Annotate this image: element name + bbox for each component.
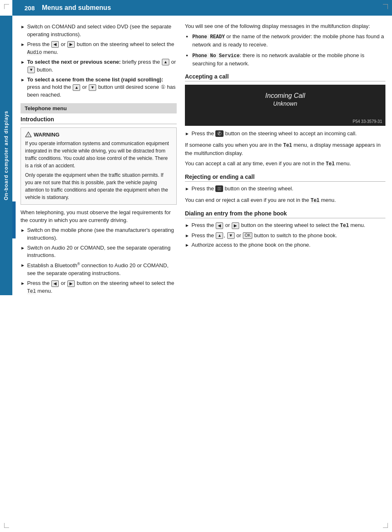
tel-label-3: Tel <box>311 198 320 204</box>
bullet-text: Authorize access to the phone book on th… <box>191 241 385 249</box>
right-arrow-btn3: ▶ <box>67 280 75 287</box>
bullet-bluetooth: ► Establish a Bluetooth® connection to A… <box>21 261 177 278</box>
down-arrow-btn3: ▼ <box>227 232 235 239</box>
tel-menu-inline: Tel <box>27 289 36 294</box>
corner-mark-br <box>383 523 388 528</box>
bullet-text: Press the ◀ or ▶ button on the steering … <box>27 280 177 295</box>
bullet-text: Press the ◀ or ▶ button on the steering … <box>191 222 385 229</box>
bullet-press-arrows-audio: ► Press the ◀ or ▶ button on the steerin… <box>21 41 177 56</box>
bullet-arrow: ► <box>185 222 189 229</box>
tel-label-4: Tel <box>340 223 349 229</box>
bullet-arrow: ► <box>21 227 25 242</box>
warning-icon: ! <box>25 131 32 138</box>
bullet-text: Switch on COMAND and select video DVD (s… <box>27 23 177 39</box>
main-content: ► Switch on COMAND and select video DVD … <box>21 16 385 297</box>
accepting-call-header: Accepting a call <box>185 73 385 81</box>
bullet-arrow: ► <box>185 233 189 240</box>
bullet-switch-mobile: ► Switch on the mobile phone (see the ma… <box>21 227 177 242</box>
end-call-btn: ✆⃠ <box>215 185 223 192</box>
bullet-text: Press the ✆⃠ button on the steering whee… <box>191 185 385 193</box>
warning-box: ! WARNING If you operate information sys… <box>21 127 177 205</box>
accepting-call-text2: You can accept a call at any time, even … <box>185 160 385 168</box>
bullet-text: Press the ✆ button on the steering wheel… <box>191 130 385 138</box>
left-arrow-btn4: ◀ <box>216 222 223 229</box>
bullet-text: Switch on the mobile phone (see the manu… <box>27 227 177 242</box>
warning-para-1: If you operate information systems and c… <box>25 140 172 169</box>
bullet-arrow: ► <box>185 186 189 193</box>
incoming-call-subtitle: Unknown <box>189 100 381 107</box>
ok-btn: OK <box>243 232 252 239</box>
msg-phone-ready: Phone READY or the name of the network p… <box>192 32 385 49</box>
tel-menu-box: Telephone menu <box>21 103 177 113</box>
bullet-text: To select the next or previous scene: br… <box>27 58 177 74</box>
phone-no-service-label: Phone No Service <box>192 53 240 59</box>
sidebar-label: On-board computer and displays <box>0 16 12 295</box>
page-title: Menus and submenus <box>42 4 111 12</box>
bullet-next-prev-scene: ► To select the next or previous scene: … <box>21 58 177 74</box>
corner-mark-tl <box>4 4 9 9</box>
corner-mark-tr <box>383 4 388 9</box>
up-arrow-btn: ▲ <box>162 59 169 65</box>
bullet-text: Press the ▲, ▼ or OK button to switch to… <box>191 232 385 240</box>
svg-text:!: ! <box>28 134 29 137</box>
bullet-text: Switch on Audio 20 or COMAND, see the se… <box>27 244 177 260</box>
bullet-text: Press the ◀ or ▶ button on the steering … <box>27 41 177 56</box>
telephoning-legal-text: When telephoning, you must observe the l… <box>21 209 177 224</box>
down-arrow-btn: ▼ <box>28 67 35 73</box>
accept-call-btn: ✆ <box>215 130 224 137</box>
incoming-call-image: Incoming Call Unknown P54 33-3579-31 <box>185 85 385 126</box>
bullet-switch-audio20: ► Switch on Audio 20 or COMAND, see the … <box>21 244 177 260</box>
header-bar: 208 Menus and submenus <box>12 0 392 16</box>
introduction-label: Introduction <box>21 116 177 124</box>
bullet-arrow: ► <box>21 24 25 39</box>
warning-label: WARNING <box>34 132 60 138</box>
sidebar-label-text: On-board computer and displays <box>3 111 9 200</box>
bullet-switch-comand: ► Switch on COMAND and select video DVD … <box>21 23 177 39</box>
right-column: You will see one of the following displa… <box>185 21 385 297</box>
bullet-arrow: ► <box>21 245 25 260</box>
bullet-text: Establish a Bluetooth® connection to Aud… <box>27 261 177 278</box>
bullet-scene-from-list: ► To select a scene from the scene list … <box>21 76 177 99</box>
bullet-text: When telephoning, you must observe the l… <box>21 209 177 224</box>
bullet-text: To select a scene from the scene list (r… <box>27 76 177 99</box>
incoming-call-ref: P54 33-3579-31 <box>353 119 382 124</box>
audio-menu-label: Audio <box>27 50 42 56</box>
corner-mark-bl <box>4 523 9 528</box>
left-arrow-btn: ◀ <box>51 41 59 48</box>
down-arrow-btn2: ▼ <box>89 84 96 91</box>
bullet-dial-arrows: ► Press the ◀ or ▶ button on the steerin… <box>185 222 385 229</box>
tel-label-1: Tel <box>283 143 292 148</box>
display-messages-list: Phone READY or the name of the network p… <box>192 32 385 67</box>
bullet-arrow: ► <box>21 262 25 278</box>
right-arrow-btn4: ▶ <box>232 222 239 229</box>
phone-ready-label: Phone READY <box>192 34 225 40</box>
warning-title: ! WARNING <box>25 131 172 138</box>
tel-label-2: Tel <box>326 161 335 167</box>
accepting-call-text1: If someone calls you when you are in the… <box>185 141 385 157</box>
bullet-accept-call: ► Press the ✆ button on the steering whe… <box>185 130 385 138</box>
left-column: ► Switch on COMAND and select video DVD … <box>21 21 177 297</box>
bullet-reject-call: ► Press the ✆⃠ button on the steering wh… <box>185 185 385 193</box>
rejecting-call-text: You can end or reject a call even if you… <box>185 196 385 204</box>
msg-phone-no-service: Phone No Service: there is no network av… <box>192 51 385 68</box>
bullet-dial-authorize: ► Authorize access to the phone book on … <box>185 241 385 249</box>
bullet-arrow: ► <box>21 77 25 99</box>
tel-menu-label: Telephone menu <box>25 105 67 111</box>
up-arrow-btn2: ▲ <box>73 84 80 91</box>
incoming-call-title: Incoming Call <box>189 92 381 99</box>
bullet-arrow: ► <box>21 42 25 56</box>
left-arrow-btn3: ◀ <box>51 280 59 287</box>
warning-para-2: Only operate the equipment when the traf… <box>25 171 172 201</box>
bullet-arrow: ► <box>21 280 25 295</box>
page-number: 208 <box>21 0 39 16</box>
intro-text: You will see one of the following displa… <box>185 23 385 29</box>
up-arrow-btn3: ▲ <box>216 232 223 239</box>
bullet-dial-nav: ► Press the ▲, ▼ or OK button to switch … <box>185 232 385 240</box>
bullet-arrow: ► <box>185 242 189 249</box>
triangle-warning-svg: ! <box>25 131 32 138</box>
sidebar-accent-block <box>12 201 16 238</box>
rejecting-call-header: Rejecting or ending a call <box>185 173 385 182</box>
bullet-arrow: ► <box>21 59 25 74</box>
bullet-press-arrows-tel: ► Press the ◀ or ▶ button on the steerin… <box>21 280 177 295</box>
dialing-entry-header: Dialing an entry from the phone book <box>185 210 385 218</box>
